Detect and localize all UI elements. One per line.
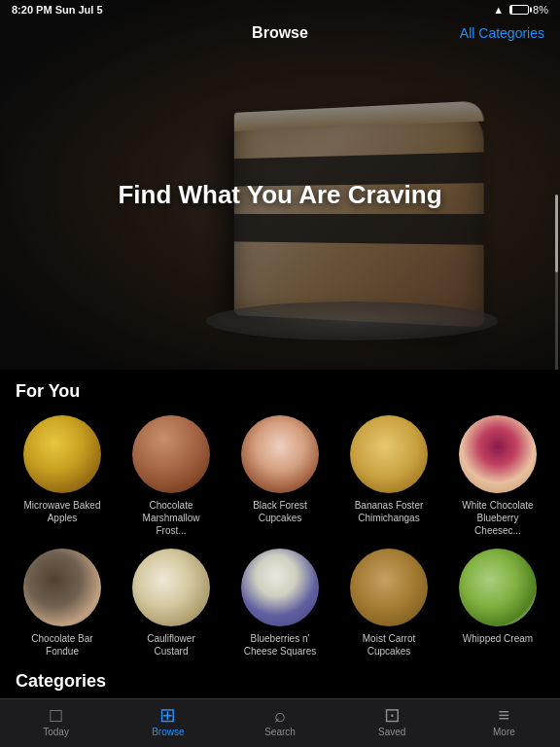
- more-label: More: [493, 727, 515, 737]
- for-you-title: For You: [0, 370, 560, 409]
- tab-bar: □ Today ⊞ Browse ⌕ Search ⊡ Saved ≡ More: [0, 698, 560, 747]
- food-label-fondue: Chocolate Bar Fondue: [21, 632, 103, 658]
- more-icon: ≡: [499, 705, 510, 725]
- status-time-date: 8:20 PM Sun Jul 5: [12, 4, 103, 16]
- tab-saved[interactable]: ⊡ Saved: [336, 705, 448, 737]
- food-image-chimichangas: [350, 415, 428, 493]
- food-label-marshmallow: Chocolate Marshmallow Frost...: [130, 499, 212, 537]
- categories-title: Categories: [16, 671, 544, 692]
- food-item-baked-apples[interactable]: Microwave Baked Apples: [8, 409, 117, 543]
- food-label-carrot-cake: Moist Carrot Cupcakes: [348, 632, 430, 658]
- food-item-cupcakes[interactable]: Black Forest Cupcakes: [226, 409, 334, 543]
- hero-heading: Find What You Are Craving: [118, 180, 441, 210]
- food-label-chimichangas: Bananas Foster Chimichangas: [348, 499, 430, 524]
- food-image-marshmallow: [132, 415, 210, 493]
- food-image-whipped-cream: [459, 549, 537, 626]
- nav-title: Browse: [252, 24, 308, 42]
- categories-section: Categories: [0, 663, 560, 698]
- saved-icon: ⊡: [384, 705, 401, 725]
- status-indicators: ▲ 8%: [493, 4, 548, 16]
- food-label-cupcakes: Black Forest Cupcakes: [239, 499, 321, 524]
- food-item-whipped-cream[interactable]: Whipped Cream: [443, 543, 552, 663]
- food-item-marshmallow[interactable]: Chocolate Marshmallow Frost...: [117, 409, 226, 543]
- search-label: Search: [264, 727, 296, 737]
- status-bar: 8:20 PM Sun Jul 5 ▲ 8%: [0, 0, 560, 19]
- food-image-fondue: [23, 549, 101, 626]
- food-image-cupcakes: [241, 415, 319, 493]
- browse-icon: ⊞: [159, 705, 176, 725]
- food-image-baked-apples: [23, 415, 101, 493]
- search-icon: ⌕: [274, 705, 286, 725]
- food-item-fondue[interactable]: Chocolate Bar Fondue: [8, 543, 117, 663]
- saved-label: Saved: [378, 727, 405, 737]
- nav-bar: Browse All Categories: [0, 19, 560, 47]
- hero-section: Find What You Are Craving: [0, 0, 560, 389]
- food-image-custard: [132, 549, 210, 626]
- food-item-blueberries[interactable]: Blueberries n' Cheese Squares: [226, 543, 334, 663]
- food-item-chimichangas[interactable]: Bananas Foster Chimichangas: [334, 409, 443, 543]
- food-image-blueberries: [241, 549, 319, 626]
- main-content: For You Microwave Baked Apples Chocolate…: [0, 370, 560, 698]
- food-label-baked-apples: Microwave Baked Apples: [21, 499, 103, 524]
- food-label-custard: Cauliflower Custard: [130, 632, 212, 658]
- battery-percent: 8%: [533, 4, 548, 16]
- today-icon: □: [51, 705, 62, 725]
- food-image-carrot-cake: [350, 549, 428, 626]
- food-label-whipped-cream: Whipped Cream: [457, 632, 539, 645]
- tab-browse[interactable]: ⊞ Browse: [112, 705, 224, 737]
- food-image-cheesecake: [459, 415, 537, 493]
- food-item-carrot-cake[interactable]: Moist Carrot Cupcakes: [334, 543, 443, 663]
- all-categories-button[interactable]: All Categories: [460, 25, 544, 41]
- scroll-thumb: [555, 195, 558, 272]
- food-label-cheesecake: White Chocolate Blueberry Cheesec...: [457, 499, 539, 537]
- tab-more[interactable]: ≡ More: [448, 705, 560, 737]
- tab-search[interactable]: ⌕ Search: [224, 705, 335, 737]
- food-item-custard[interactable]: Cauliflower Custard: [117, 543, 226, 663]
- tab-today[interactable]: □ Today: [0, 705, 112, 737]
- food-item-cheesecake[interactable]: White Chocolate Blueberry Cheesec...: [443, 409, 552, 543]
- wifi-icon: ▲: [493, 4, 504, 16]
- food-grid: Microwave Baked Apples Chocolate Marshma…: [0, 409, 560, 663]
- browse-label: Browse: [152, 727, 184, 737]
- battery-icon: [508, 4, 529, 16]
- food-label-blueberries: Blueberries n' Cheese Squares: [239, 632, 321, 658]
- today-label: Today: [43, 727, 69, 737]
